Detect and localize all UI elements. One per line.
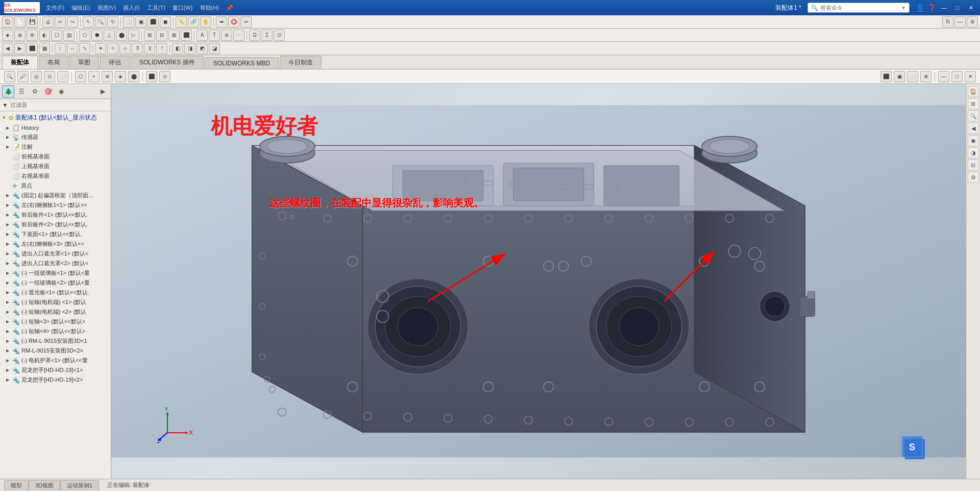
menu-edit[interactable]: 编辑(E) xyxy=(69,4,92,12)
tree-node-right-plane[interactable]: ▶ ⬜ 右视基准面 xyxy=(0,171,111,181)
tb3-2[interactable]: ▶ xyxy=(14,43,26,54)
tb3-10[interactable]: ⊹ xyxy=(119,43,131,54)
st-1[interactable]: 🔍 xyxy=(4,71,15,82)
panel-icon-properties[interactable]: ☰ xyxy=(15,85,28,98)
panel-icon-collapse[interactable]: ▶ xyxy=(96,85,109,98)
rt-settings[interactable]: ⚙ xyxy=(968,172,979,183)
tb2-8[interactable]: ⬢ xyxy=(91,30,103,41)
rt-zoom-fit[interactable]: ⊞ xyxy=(968,98,979,109)
tb-linear[interactable]: ➡ xyxy=(216,16,227,28)
tb2-16[interactable]: A xyxy=(197,30,208,41)
tb2-15[interactable]: ⬛ xyxy=(181,30,192,41)
menu-insert[interactable]: 插入(I) xyxy=(121,4,141,12)
st-7[interactable]: • xyxy=(88,71,100,82)
tree-node-front-plane[interactable]: ▶ ⬜ 前视基准面 xyxy=(0,152,111,161)
st-r3[interactable]: ⬜ xyxy=(907,71,918,82)
tb3-14[interactable]: ◧ xyxy=(172,43,183,54)
tb-extra1[interactable]: N xyxy=(942,16,953,28)
tree-node-history[interactable]: ▶ 📋 History xyxy=(0,123,111,132)
panel-icon-config[interactable]: ⚙ xyxy=(29,85,41,98)
tb3-16[interactable]: ◩ xyxy=(197,43,208,54)
st-r1[interactable]: ⬛ xyxy=(880,71,892,82)
tree-root[interactable]: ▼ ⚙ 装配体1 (默认<默认_显示状态 xyxy=(0,112,111,123)
tree-node-comp-3[interactable]: ▶ 🔩 前后板件<2> (默认<<默认. xyxy=(0,220,111,229)
viewport[interactable]: 机电爱好者 这些螺纹圈，在装配中显得很杂乱，影响美观。 X Y Z xyxy=(111,84,966,479)
tb-mirror[interactable]: ⇔ xyxy=(240,16,252,28)
menu-view[interactable]: 视图(V) xyxy=(95,4,118,12)
panel-icon-search[interactable]: 🎯 xyxy=(42,85,54,98)
st-window-min[interactable]: — xyxy=(938,71,949,82)
tb2-6[interactable]: ▥ xyxy=(63,30,75,41)
tb3-7[interactable]: ⤡ xyxy=(79,43,90,54)
tree-node-comp-6[interactable]: ▶ 🔩 进出入口遮光罩<1> (默认< xyxy=(0,249,111,259)
tb-view3[interactable]: ⬛ xyxy=(148,16,159,28)
tree-node-comp-0[interactable]: ▶ 🔩 (固定) 起偏器框架（顶部面... xyxy=(0,191,111,200)
user-icon[interactable]: 👤 xyxy=(916,4,924,12)
st-r2[interactable]: ▣ xyxy=(894,71,905,82)
tb-move[interactable]: ✋ xyxy=(200,16,211,28)
tb-redo[interactable]: ↪ xyxy=(67,16,78,28)
tb2-14[interactable]: ⊠ xyxy=(168,30,180,41)
panel-icon-display[interactable]: ◉ xyxy=(55,85,67,98)
tb3-12[interactable]: ⊻ xyxy=(144,43,155,54)
tb2-13[interactable]: ⊟ xyxy=(156,30,167,41)
panel-icon-feature-tree[interactable]: 🌲 xyxy=(2,85,14,98)
tb-zoom[interactable]: 🔍 xyxy=(95,16,106,28)
tab-manufacture[interactable]: 今日制造 xyxy=(280,56,322,69)
menu-window[interactable]: 窗口(W) xyxy=(170,4,195,12)
tree-node-comp-2[interactable]: ▶ 🔩 前后板件<1> (默认<<默认. xyxy=(0,210,111,220)
rt-zoom-in[interactable]: 🔍 xyxy=(968,110,979,122)
tb-rotate[interactable]: ↻ xyxy=(107,16,118,28)
tb-view4[interactable]: ◼ xyxy=(160,16,171,28)
tab-sketch[interactable]: 草图 xyxy=(69,56,99,69)
tb3-17[interactable]: ◪ xyxy=(209,43,220,54)
tb3-5[interactable]: ↕ xyxy=(55,43,66,54)
tb2-12[interactable]: ⊞ xyxy=(144,30,155,41)
tb2-21[interactable]: Σ xyxy=(261,30,273,41)
tree-node-annotations[interactable]: ▶ 📝 注解 xyxy=(0,142,111,152)
st-10[interactable]: ⬤ xyxy=(128,71,139,82)
tree-node-comp-18[interactable]: ▶ 🔩 尼龙把手[HD-HD-19]<1> xyxy=(0,365,111,375)
tab-assembly[interactable]: 装配体 xyxy=(2,56,38,69)
tb-open[interactable]: 📄 xyxy=(14,16,26,28)
tb3-4[interactable]: ▦ xyxy=(39,43,50,54)
tb3-6[interactable]: ↔ xyxy=(67,43,78,54)
tb-view2[interactable]: ▣ xyxy=(135,16,146,28)
menu-help[interactable]: 帮助(H) xyxy=(198,4,221,12)
st-11[interactable]: ⬛ xyxy=(146,71,157,82)
search-dropdown-icon[interactable]: ▼ xyxy=(901,5,906,11)
rt-home[interactable]: 🏠 xyxy=(968,86,979,97)
st-5[interactable]: ⬜ xyxy=(57,71,68,82)
tb3-8[interactable]: ✦ xyxy=(95,43,106,54)
rt-display-mode[interactable]: ◑ xyxy=(968,147,979,158)
st-9[interactable]: ◈ xyxy=(115,71,126,82)
tree-node-comp-4[interactable]: ▶ 🔩 下底面<1> (默认<<默认. xyxy=(0,229,111,239)
tb2-17[interactable]: T xyxy=(209,30,220,41)
tb3-1[interactable]: ◀ xyxy=(2,43,13,54)
tb3-3[interactable]: ⬛ xyxy=(27,43,38,54)
tree-node-comp-14[interactable]: ▶ 🔩 (-) 短轴<4> (默认<<默认> xyxy=(0,326,111,336)
tree-node-comp-9[interactable]: ▶ 🔩 (-) 一组玻璃板<2> (默认<量 xyxy=(0,278,111,288)
status-tab-model[interactable]: 模型 xyxy=(4,480,29,490)
tb-extra2[interactable]: — xyxy=(954,16,966,28)
tb2-1[interactable]: ◈ xyxy=(2,30,13,41)
tb2-11[interactable]: ▷ xyxy=(128,30,139,41)
search-input[interactable] xyxy=(820,5,901,11)
tb2-7[interactable]: ⬡ xyxy=(79,30,90,41)
tb2-22[interactable]: ∅ xyxy=(274,30,285,41)
tree-node-comp-1[interactable]: ▶ 🔩 左(右)侧侧板1<1> (默认<< xyxy=(0,200,111,210)
close-btn[interactable]: ✕ xyxy=(966,3,976,12)
tb3-11[interactable]: ⊼ xyxy=(132,43,143,54)
tb-extra3[interactable]: ⚙ xyxy=(967,16,978,28)
tree-node-comp-7[interactable]: ▶ 🔩 进出入口遮光罩<2> (默认< xyxy=(0,259,111,268)
tab-evaluate[interactable]: 评估 xyxy=(100,56,130,69)
tree-node-comp-12[interactable]: ▶ 🔩 (-) 短轴(电机端) <2> (默认 xyxy=(0,307,111,317)
tree-node-comp-19[interactable]: ▶ 🔩 尼龙把手[HD-HD-19]<2> xyxy=(0,375,111,385)
tree-node-comp-10[interactable]: ▶ 🔩 (-) 遮光板<1> (默认<<默认. xyxy=(0,288,111,297)
tree-node-comp-13[interactable]: ▶ 🔩 (-) 短轴<3> (默认<<默认> xyxy=(0,317,111,326)
st-window-close[interactable]: ✕ xyxy=(965,71,976,82)
st-window-max[interactable]: □ xyxy=(951,71,963,82)
tb2-5[interactable]: ☐ xyxy=(51,30,62,41)
st-8[interactable]: ⊕ xyxy=(102,71,113,82)
tb3-13[interactable]: ⊺ xyxy=(156,43,167,54)
